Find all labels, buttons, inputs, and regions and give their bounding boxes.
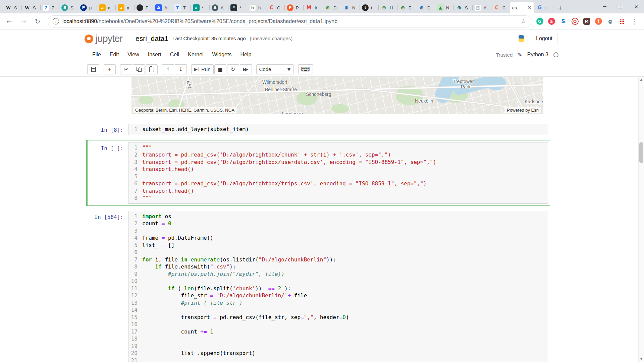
browser-tab[interactable]: aa xyxy=(97,2,115,13)
menu-kernel[interactable]: Kernel xyxy=(183,52,208,58)
scrollbar-thumb[interactable] xyxy=(639,142,643,163)
browser-tab[interactable]: ⊕H xyxy=(378,2,397,13)
browser-tab[interactable]: ⊕N xyxy=(341,2,360,13)
cell-input[interactable]: 12345678"""transport = pd.read_csv('D:/a… xyxy=(128,142,548,204)
menu-edit[interactable]: Edit xyxy=(105,52,123,58)
line-number: 8 xyxy=(128,263,138,270)
map-park xyxy=(331,104,349,113)
run-button[interactable]: ▶ Run xyxy=(191,64,214,74)
restart-kernel-button[interactable]: ↻ xyxy=(227,64,239,74)
edit-title-icon[interactable]: ✎ xyxy=(518,52,522,58)
scrollbar-down-arrow[interactable] xyxy=(640,358,643,360)
move-cell-down-button[interactable]: ↓ xyxy=(175,64,187,74)
browser-tab[interactable]: AA xyxy=(153,2,172,13)
browser-tab[interactable]: 77 xyxy=(40,2,59,13)
cell-type-select[interactable]: Code ▼ xyxy=(256,64,294,74)
browser-tab[interactable]: PP xyxy=(284,2,303,13)
url-host: localhost:8890 xyxy=(62,18,97,24)
map-output[interactable]: WilmersdorfBerliner-StraßeSchönebergTrep… xyxy=(131,77,543,114)
extension-skype-icon[interactable]: S xyxy=(559,17,568,26)
browser-menu-icon[interactable]: ⋮ xyxy=(629,18,639,25)
menu-help[interactable]: Help xyxy=(236,52,256,58)
tab-favicon: t xyxy=(362,4,369,11)
cell-input[interactable]: 12345678910111213141516171819202122impor… xyxy=(128,211,548,362)
bookmark-star-icon[interactable]: ☆ xyxy=(521,18,526,25)
browser-tab[interactable]: Pp xyxy=(78,2,97,13)
browser-tab[interactable]: tt xyxy=(360,2,378,13)
browser-tab[interactable]: ⊕D xyxy=(322,2,341,13)
menu-view[interactable]: View xyxy=(123,52,143,58)
reload-button[interactable]: ↻ xyxy=(32,15,44,27)
notebook-title[interactable]: esri_data1 xyxy=(136,35,168,43)
cut-cell-button[interactable]: ✂ xyxy=(120,64,132,74)
address-bar[interactable]: i localhost:8890/notebooks/OneDrive%20-%… xyxy=(48,15,531,27)
menu-insert[interactable]: Insert xyxy=(144,52,166,58)
minimize-button[interactable] xyxy=(597,0,612,13)
copy-cell-button[interactable] xyxy=(133,64,145,74)
browser-tab[interactable]: ⊕E xyxy=(397,2,416,13)
maximize-button[interactable] xyxy=(612,0,628,13)
menu-file[interactable]: File xyxy=(88,52,105,58)
browser-tab[interactable]: CC xyxy=(491,2,510,13)
browser-tab[interactable]: TT xyxy=(172,2,191,13)
command-palette-button[interactable]: ⌨ xyxy=(298,64,313,74)
code-cell[interactable]: In [584]:1234567891011121314151617181920… xyxy=(86,209,550,362)
browser-tab[interactable]: G t xyxy=(534,2,553,13)
back-button[interactable]: ← xyxy=(3,15,15,27)
tab-close-icon[interactable]: × xyxy=(527,5,532,10)
forward-button[interactable]: → xyxy=(17,15,30,27)
code-cell[interactable]: In [ ]:12345678"""transport = pd.read_cs… xyxy=(86,140,550,206)
notebook-scrollbar[interactable] xyxy=(638,77,644,362)
browser-tab[interactable]: AA xyxy=(209,2,228,13)
copy-icon xyxy=(137,67,142,72)
url-text[interactable]: localhost:8890/notebooks/OneDrive%20-%20… xyxy=(62,18,337,24)
extension-flame-icon[interactable]: f xyxy=(594,17,603,26)
extension-grammarly-icon[interactable]: G xyxy=(535,17,544,26)
save-button[interactable] xyxy=(87,64,99,74)
menu-cell[interactable]: Cell xyxy=(166,52,184,58)
jupyter-logo-icon xyxy=(85,35,93,43)
move-cell-up-button[interactable]: ↑ xyxy=(162,64,174,74)
browser-tab[interactable]: ⊕S xyxy=(453,2,472,13)
extension-red-badge-icon[interactable]: a xyxy=(547,17,556,26)
jupyter-logo[interactable]: jupyter xyxy=(85,33,122,44)
code-area[interactable]: subset_map.add_layer(subset_item) xyxy=(141,126,548,133)
notebook-cells: In [8]:1subset_map.add_layer(subset_item… xyxy=(86,122,550,362)
extension-brown-m-icon[interactable]: M xyxy=(582,17,591,26)
browser-tab[interactable]: aa xyxy=(115,2,134,13)
restart-run-all-button[interactable]: ▶▶ xyxy=(240,64,252,74)
browser-tab[interactable]: ▲N xyxy=(435,2,453,13)
tab-favicon: ⊕ xyxy=(399,4,406,11)
extension-ring-o-icon[interactable]: O xyxy=(571,17,579,26)
browser-tab[interactable]: MIr xyxy=(303,2,322,13)
cell-input[interactable]: 1subset_map.add_layer(subset_item) xyxy=(128,124,548,135)
browser-tab[interactable]: #* xyxy=(191,2,209,13)
code-area[interactable]: import oscount = 0 frame = pd.DataFrame(… xyxy=(141,213,548,362)
close-button[interactable]: ✕ xyxy=(628,0,644,13)
apps-grid-icon[interactable] xyxy=(618,17,626,26)
new-tab-button[interactable]: + xyxy=(555,3,565,12)
code-line xyxy=(142,306,548,314)
site-info-icon[interactable]: i xyxy=(53,18,59,24)
browser-tab[interactable]: ▤A xyxy=(472,2,491,13)
browser-tab[interactable]: ⊕D xyxy=(416,2,435,13)
scrollbar-up-arrow[interactable] xyxy=(640,79,643,81)
code-cell[interactable]: In [8]:1subset_map.add_layer(subset_item… xyxy=(86,122,550,137)
code-line: """ xyxy=(142,144,548,152)
code-area[interactable]: """transport = pd.read_csv('D:/algo/brig… xyxy=(141,144,548,202)
browser-tab[interactable]: F xyxy=(134,2,153,13)
logout-button[interactable]: Logout xyxy=(531,33,557,44)
browser-tab[interactable]: WS xyxy=(3,2,21,13)
paste-cell-button[interactable] xyxy=(146,64,158,74)
browser-tab[interactable]: WS xyxy=(21,2,40,13)
browser-tab[interactable]: ** xyxy=(228,2,247,13)
browser-tab-active[interactable]: es × xyxy=(510,2,534,13)
browser-tab[interactable]: hh xyxy=(247,2,266,13)
browser-tab[interactable]: SS xyxy=(59,2,78,13)
menu-widgets[interactable]: Widgets xyxy=(208,52,236,58)
add-cell-button[interactable]: + xyxy=(104,64,116,74)
extension-shield-g-icon[interactable]: g xyxy=(606,17,614,26)
stop-button[interactable]: ■ xyxy=(214,64,226,74)
line-numbers: 1 xyxy=(128,126,141,133)
browser-tab[interactable]: CC xyxy=(266,2,284,13)
